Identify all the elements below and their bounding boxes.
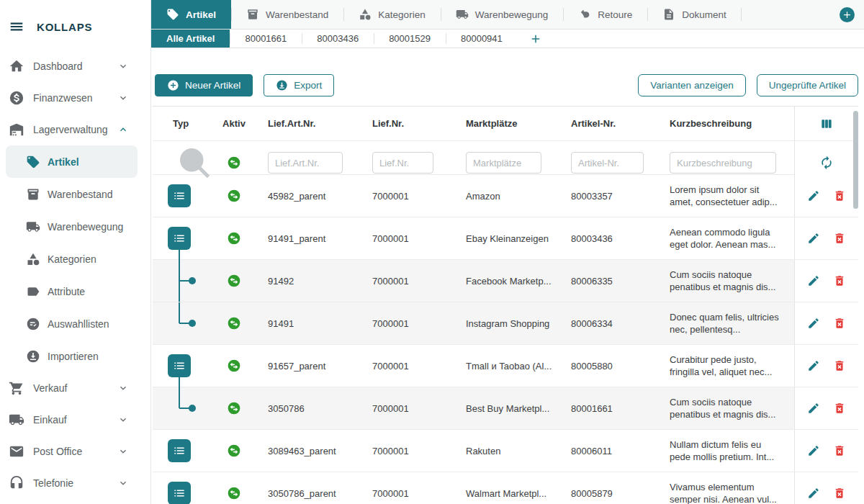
main-tab[interactable]: Warenbestand — [231, 0, 343, 29]
parent-type-icon[interactable] — [168, 439, 191, 462]
export-button[interactable]: Export — [264, 74, 334, 96]
logo-row: KOLLAPS — [0, 16, 150, 37]
sub-tab-bar: Alle Artikel 80001661 80003436 80001529 … — [151, 30, 864, 48]
delete-article-button[interactable] — [833, 444, 846, 457]
filter-artikel-nr-input[interactable] — [571, 152, 644, 174]
sub-tab-label: 80003436 — [317, 33, 359, 44]
main-tab-bar: Artikel Warenbestand Kategorien Warenbew… — [151, 0, 864, 30]
main-tab[interactable]: Dokument — [647, 0, 742, 29]
delete-article-button[interactable] — [833, 317, 846, 330]
new-article-button[interactable]: Neuer Artikel — [155, 74, 253, 96]
edit-article-button[interactable] — [807, 359, 820, 372]
sub-tab[interactable]: Alle Artikel — [151, 30, 230, 48]
chevron-down-icon — [117, 477, 129, 489]
edit-article-button[interactable] — [807, 232, 820, 245]
sidebar-item[interactable]: Telefonie — [0, 467, 150, 499]
edit-article-button[interactable] — [807, 189, 820, 202]
columns-icon[interactable] — [819, 117, 834, 131]
filter-lief-art-nr-input[interactable] — [268, 152, 343, 174]
column-header-aktiv[interactable]: Aktiv — [216, 118, 261, 129]
tree-connector-tail — [179, 250, 180, 260]
column-header-artikel-nr[interactable]: Artikel-Nr. — [564, 118, 662, 129]
sidebar-item[interactable]: Warenbewegung — [6, 210, 138, 243]
delete-article-button[interactable] — [833, 487, 846, 500]
unchecked-articles-button[interactable]: Ungeprüfte Artikel — [757, 74, 858, 96]
column-header-lief-art-nr[interactable]: Lief.Art.Nr. — [261, 118, 365, 129]
parent-type-icon[interactable] — [168, 227, 191, 250]
main-panel: Neuer Artikel Export Varianten anzeigen … — [151, 48, 864, 504]
sidebar-item[interactable]: Artikel — [6, 145, 138, 178]
main-tab[interactable]: Retoure — [563, 0, 647, 29]
main-tab-label: Kategorien — [378, 9, 425, 20]
sub-tab-label: 80001661 — [245, 33, 287, 44]
artikel-nr-value: 80005880 — [564, 361, 662, 372]
home-icon — [9, 58, 24, 74]
sub-tab[interactable]: 80000941 — [446, 30, 518, 48]
lief-art-nr-value: 3050786_parent — [261, 488, 365, 499]
hamburger-menu-icon[interactable] — [9, 19, 24, 35]
delete-article-button[interactable] — [833, 232, 846, 245]
sidebar-item[interactable]: Einkauf — [0, 404, 150, 436]
chevron-up-icon — [117, 124, 129, 135]
column-header-kurzbeschreibung[interactable]: Kurzbeschreibung — [662, 118, 794, 129]
sidebar-item[interactable]: Warenbestand — [6, 178, 138, 210]
parent-type-icon[interactable] — [168, 354, 191, 377]
sidebar-item[interactable]: Finanzwesen — [0, 82, 150, 114]
sidebar-item[interactable]: Dashboard — [0, 50, 150, 82]
filter-kurzbeschreibung-input[interactable] — [670, 152, 776, 174]
swap-horizontal-circle-icon — [227, 444, 241, 458]
marktplatz-value: Facebook Marketp... — [459, 276, 564, 287]
chevron-down-icon — [117, 382, 129, 394]
add-sub-tab-button[interactable] — [528, 31, 544, 47]
main-tab[interactable]: Kategorien — [343, 0, 440, 29]
artikel-nr-value: 80006335 — [564, 276, 662, 287]
tree-connector-line — [179, 387, 180, 408]
sidebar-item[interactable]: Auswahllisten — [6, 307, 138, 340]
sidebar-item-label: Artikel — [48, 156, 79, 168]
edit-article-button[interactable] — [807, 444, 820, 457]
parent-type-icon[interactable] — [168, 482, 191, 504]
add-main-tab-button[interactable] — [840, 7, 855, 22]
table-row: 91491_parent 7000001 Ebay Kleinanzeigen … — [153, 217, 858, 260]
delete-article-button[interactable] — [833, 189, 846, 202]
kurzbeschreibung-value: Aenean commodo ligula eget dolor. Aenean… — [662, 226, 794, 251]
lief-nr-value: 7000001 — [365, 318, 459, 329]
sub-tab[interactable]: 80001661 — [230, 30, 302, 48]
lief-nr-value: 7000001 — [365, 276, 459, 287]
sidebar-item-label: Warenbestand — [48, 189, 113, 200]
toolbar-right: Varianten anzeigen Ungeprüfte Artikel — [638, 74, 858, 96]
column-header-typ[interactable]: Typ — [153, 118, 216, 129]
sidebar-item[interactable]: Kategorien — [6, 243, 138, 275]
edit-article-button[interactable] — [807, 402, 820, 415]
sidebar-item[interactable]: Lagerverwaltung — [0, 114, 150, 145]
kurzbeschreibung-value: Nullam dictum felis eu pede mollis preti… — [662, 438, 794, 463]
lief-nr-value: 7000001 — [365, 361, 459, 372]
parent-type-icon[interactable] — [168, 184, 191, 207]
delete-article-button[interactable] — [833, 359, 846, 372]
sidebar-item-label: Lagerverwaltung — [33, 124, 108, 135]
sidebar-item[interactable]: Post Office — [0, 436, 150, 467]
column-header-lief-nr[interactable]: Lief.Nr. — [365, 118, 459, 129]
sub-tab[interactable]: 80003436 — [302, 30, 374, 48]
sub-tab[interactable]: 80001529 — [374, 30, 446, 48]
filter-marktplaetze-input[interactable] — [466, 152, 541, 174]
vertical-scrollbar[interactable] — [853, 111, 858, 209]
tree-connector-dot — [189, 277, 196, 284]
main-tab[interactable]: Warenbewegung — [441, 0, 564, 29]
refresh-icon[interactable] — [819, 156, 834, 170]
edit-article-button[interactable] — [807, 274, 820, 287]
show-variants-button[interactable]: Varianten anzeigen — [638, 74, 745, 96]
delete-article-button[interactable] — [833, 402, 846, 415]
sidebar-item[interactable]: Verkauf — [0, 372, 150, 404]
edit-article-button[interactable] — [807, 487, 820, 500]
swap-horizontal-circle-icon[interactable] — [227, 156, 241, 170]
main-tab[interactable]: Artikel — [151, 0, 231, 29]
delete-article-button[interactable] — [833, 274, 846, 287]
sidebar-item[interactable]: Importieren — [6, 340, 138, 372]
edit-article-button[interactable] — [807, 317, 820, 330]
swap-horizontal-circle-icon — [227, 189, 241, 203]
inventory-icon — [246, 8, 259, 21]
filter-lief-nr-input[interactable] — [372, 152, 433, 174]
sidebar-item[interactable]: Attribute — [6, 275, 138, 307]
column-header-marktplaetze[interactable]: Marktplätze — [459, 118, 564, 129]
